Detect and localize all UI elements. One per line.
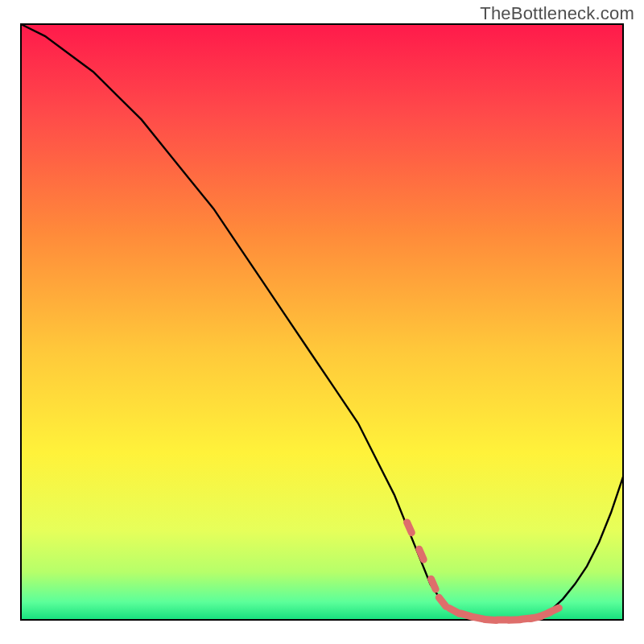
valley-marker [431,579,436,589]
valley-marker [419,549,424,559]
plot-background [21,24,623,620]
watermark-text: TheBottleneck.com [480,3,634,24]
bottleneck-chart [0,0,644,644]
valley-marker [407,522,412,533]
valley-marker [549,608,559,613]
